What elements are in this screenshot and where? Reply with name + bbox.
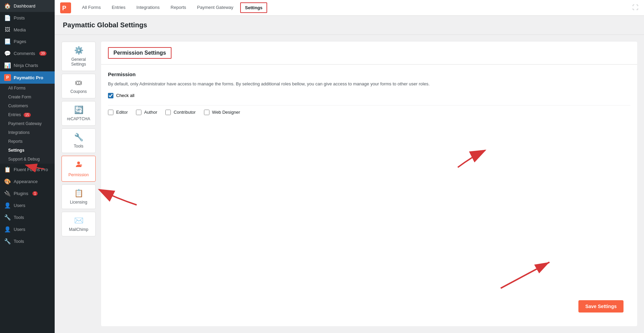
permission-section-title: Permission (108, 71, 630, 77)
mailchimp-icon: ✉️ (74, 216, 83, 225)
role-contributor-checkbox[interactable] (165, 110, 171, 115)
settings-sidebar-general[interactable]: ⚙️ General Settings (61, 42, 96, 71)
top-nav-links: All Forms Entries Integrations Reports P… (77, 1, 269, 15)
nav-link-payment-gateway[interactable]: Payment Gateway (192, 1, 239, 15)
paymattic-logo: P (60, 2, 71, 13)
sidebar-item-label: Users (14, 203, 25, 208)
page-title: Paymattic Global Settings (63, 21, 636, 29)
settings-sidebar-label: reCAPTCHA (67, 116, 90, 121)
permission-description: By default, only Administrator have acce… (108, 81, 630, 87)
tools-icon: 🔧 (4, 214, 11, 221)
settings-sidebar-mailchimp[interactable]: ✉️ MailChimp (61, 212, 96, 236)
svg-point-2 (77, 162, 80, 164)
nav-link-all-forms[interactable]: All Forms (77, 1, 106, 15)
save-settings-button[interactable]: Save Settings (578, 300, 624, 313)
role-contributor-label[interactable]: Contributor (174, 110, 195, 115)
fluent-forms-icon: 📋 (4, 166, 11, 173)
expand-icon[interactable]: ⛶ (632, 4, 639, 11)
nav-link-integrations[interactable]: Integrations (131, 1, 165, 15)
role-web-designer: Web Designer (204, 110, 240, 115)
submenu-item-customers[interactable]: Customers (0, 101, 55, 110)
sidebar-item-tools2[interactable]: 🔧 Tools (0, 235, 55, 247)
sidebar-item-tools[interactable]: 🔧 Tools (0, 211, 55, 223)
settings-sidebar-tools[interactable]: 🔧 Tools (61, 128, 96, 153)
top-nav: P All Forms Entries Integrations Reports… (55, 0, 644, 16)
pages-icon: 📃 (4, 38, 11, 45)
sidebar-item-fluent-forms[interactable]: 📋 Fluent Forms Pro (0, 164, 55, 176)
sidebar-item-posts[interactable]: 📄 Posts (0, 12, 55, 24)
role-author-checkbox[interactable] (136, 110, 141, 115)
settings-sidebar-label: Permission (68, 172, 88, 177)
submenu-item-integrations[interactable]: Integrations (0, 128, 55, 137)
sidebar-item-paymattic-pro[interactable]: P Paymattic Pro (0, 71, 55, 84)
submenu-item-support-debug[interactable]: Support & Debug (0, 155, 55, 164)
role-editor-checkbox[interactable] (108, 110, 113, 115)
recaptcha-icon: 🔄 (74, 106, 83, 114)
tools2-icon: 🔧 (4, 238, 11, 245)
coupons-icon: 🎟 (75, 78, 82, 87)
nav-link-entries[interactable]: Entries (106, 1, 131, 15)
plugins-icon: 🔌 (4, 190, 11, 197)
submenu-item-reports[interactable]: Reports (0, 137, 55, 146)
sidebar-item-users[interactable]: 👤 Users (0, 199, 55, 211)
sidebar-item-comments[interactable]: 💬 Comments 39 (0, 47, 55, 59)
paymattic-submenu: All Forms Create Form Customers Entries … (0, 84, 55, 164)
role-web-designer-checkbox[interactable] (204, 110, 209, 115)
settings-sidebar-coupons[interactable]: 🎟 Coupons (61, 74, 96, 98)
sidebar-item-label: Tools (14, 239, 24, 244)
comments-icon: 💬 (4, 50, 11, 57)
ninja-charts-icon: 📊 (4, 62, 11, 69)
settings-sidebar-label: Licensing (70, 200, 87, 205)
sidebar-item-label: Media (14, 27, 26, 32)
role-editor-label[interactable]: Editor (116, 110, 128, 115)
permission-icon (74, 160, 83, 170)
check-all-row: Check all (108, 93, 630, 98)
sidebar-item-dashboard[interactable]: 🏠 Dashboard (0, 0, 55, 12)
wp-admin-sidebar: 🏠 Dashboard 📄 Posts 🖼 Media 📃 Pages 💬 Co… (0, 0, 55, 333)
sidebar-item-label: Dashboard (14, 3, 36, 9)
sidebar-item-label: Ninja Charts (14, 63, 38, 68)
svg-line-5 (501, 262, 550, 288)
submenu-item-entries[interactable]: Entries 15 (0, 110, 55, 119)
page-header: Paymattic Global Settings (55, 16, 644, 35)
svg-rect-3 (79, 164, 82, 166)
svg-text:P: P (62, 5, 66, 12)
sidebar-item-label: Tools (14, 215, 24, 220)
check-all-label[interactable]: Check all (116, 93, 134, 98)
main-area: P All Forms Entries Integrations Reports… (55, 0, 644, 333)
tools-settings-icon: 🔧 (74, 133, 83, 142)
dashboard-icon: 🏠 (4, 3, 11, 9)
nav-link-reports[interactable]: Reports (165, 1, 192, 15)
sidebar-item-ninja-charts[interactable]: 📊 Ninja Charts (0, 59, 55, 71)
general-settings-icon: ⚙️ (74, 46, 83, 55)
sidebar-item-users2[interactable]: 👤 Users (0, 223, 55, 235)
role-author-label[interactable]: Author (144, 110, 157, 115)
settings-sidebar-permission[interactable]: Permission (61, 156, 96, 182)
submenu-item-payment-gateway[interactable]: Payment Gateway (0, 119, 55, 128)
permission-settings-header: Permission Settings (101, 42, 637, 65)
submenu-item-create-form[interactable]: Create Form (0, 93, 55, 101)
sidebar-item-label: Fluent Forms Pro (14, 167, 48, 172)
sidebar-item-plugins[interactable]: 🔌 Plugins 1 (0, 188, 55, 199)
settings-sidebar-recaptcha[interactable]: 🔄 reCAPTCHA (61, 101, 96, 126)
sidebar-item-label: Paymattic Pro (14, 75, 43, 80)
settings-sidebar-licensing[interactable]: 📋 Licensing (61, 184, 96, 209)
nav-link-settings[interactable]: Settings (240, 2, 267, 13)
sidebar-item-media[interactable]: 🖼 Media (0, 24, 55, 36)
settings-sidebar-label: MailChimp (69, 227, 88, 232)
sidebar-item-label: Pages (14, 39, 26, 44)
settings-sidebar-label: General Settings (65, 57, 93, 67)
settings-content: Permission Settings Permission By defaul… (101, 42, 637, 326)
submenu-item-settings[interactable]: Settings (0, 146, 55, 155)
appearance-icon: 🎨 (4, 178, 11, 185)
users2-icon: 👤 (4, 226, 11, 233)
users-icon: 👤 (4, 202, 11, 209)
role-web-designer-label[interactable]: Web Designer (212, 110, 240, 115)
check-all-checkbox[interactable] (108, 93, 113, 98)
sidebar-item-pages[interactable]: 📃 Pages (0, 36, 55, 47)
posts-icon: 📄 (4, 15, 11, 21)
submenu-item-all-forms[interactable]: All Forms (0, 84, 55, 93)
settings-sidebar-label: Coupons (70, 89, 87, 94)
sidebar-item-appearance[interactable]: 🎨 Appearance (0, 176, 55, 188)
sidebar-item-label: Posts (14, 15, 25, 20)
